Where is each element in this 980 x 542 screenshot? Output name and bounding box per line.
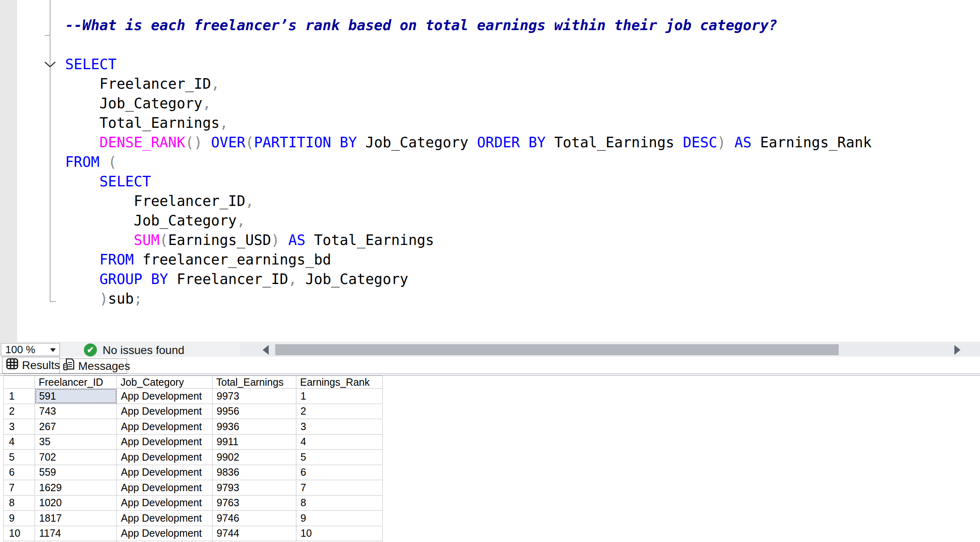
data-cell[interactable]: 1020 [35, 495, 117, 511]
code-line[interactable]: DENSE_RANK() OVER(PARTITION BY Job_Categ… [65, 133, 872, 152]
data-cell[interactable]: 7 [296, 480, 383, 496]
row-number-cell[interactable]: 1 [4, 389, 35, 404]
row-number-cell[interactable]: 2 [4, 404, 35, 419]
row-number-cell[interactable]: 5 [4, 450, 35, 465]
table-row: 6559App Development98366 [4, 465, 383, 480]
fold-guide-line [50, 0, 50, 302]
data-cell[interactable]: App Development [117, 526, 213, 541]
data-cell[interactable]: App Development [117, 495, 213, 511]
table-row: 435App Development99114 [4, 434, 383, 450]
data-cell[interactable]: 1629 [35, 480, 117, 496]
column-header-job-category[interactable]: Job_Category [117, 376, 213, 389]
column-header-earnings-rank[interactable]: Earnings_Rank [296, 376, 383, 389]
fold-region-end-tick [50, 301, 56, 302]
data-cell[interactable]: 9793 [213, 480, 296, 496]
code-line[interactable]: Freelancer_ID, [65, 74, 872, 94]
column-header-total-earnings[interactable]: Total_Earnings [213, 376, 296, 389]
data-cell[interactable]: 559 [35, 465, 117, 480]
tab-messages-label: Messages [78, 360, 130, 373]
tab-results-label: Results [22, 359, 60, 372]
collapse-chevron-icon[interactable] [44, 61, 56, 69]
data-cell[interactable]: 9744 [213, 526, 296, 541]
code-line[interactable]: Job_Category, [65, 94, 872, 113]
table-row: 91817App Development97469 [4, 511, 383, 526]
code-line[interactable] [65, 35, 872, 55]
data-cell[interactable]: 267 [35, 419, 117, 435]
data-cell[interactable]: 9956 [213, 404, 296, 419]
table-row: 2743App Development99562 [4, 404, 383, 419]
scroll-left-arrow-icon[interactable] [263, 345, 269, 355]
data-cell[interactable]: App Development [117, 511, 213, 526]
data-cell[interactable]: 4 [296, 434, 383, 450]
data-cell[interactable]: App Development [117, 419, 213, 435]
data-cell[interactable]: 1174 [35, 526, 117, 541]
data-cell[interactable]: 8 [296, 495, 383, 511]
data-cell[interactable]: 3 [296, 419, 383, 435]
data-cell[interactable]: 591 [35, 389, 117, 404]
code-line[interactable]: SELECT [65, 55, 872, 74]
table-row: 71629App Development97937 [4, 480, 383, 496]
results-table: Freelancer_ID Job_Category Total_Earning… [3, 376, 383, 542]
data-cell[interactable]: 35 [35, 434, 117, 450]
code-line[interactable]: Freelancer_ID, [65, 191, 872, 211]
scroll-right-arrow-icon[interactable] [954, 345, 960, 355]
row-number-cell[interactable]: 3 [4, 419, 35, 435]
code-line[interactable]: SELECT [65, 172, 872, 191]
code-line[interactable]: --What is each freelancer’s rank based o… [65, 15, 872, 35]
data-cell[interactable]: 9 [296, 511, 383, 526]
row-number-cell[interactable]: 10 [4, 526, 35, 541]
data-cell[interactable]: 5 [296, 450, 383, 465]
row-number-cell[interactable]: 7 [4, 480, 35, 496]
data-cell[interactable]: 9936 [213, 419, 296, 435]
data-cell[interactable]: 9911 [213, 434, 296, 450]
code-line[interactable]: )sub; [65, 289, 872, 308]
tab-results[interactable]: Results [2, 357, 60, 374]
sql-editor: --What is each freelancer’s rank based o… [0, 0, 980, 342]
editor-margin [0, 0, 17, 342]
data-cell[interactable]: App Development [117, 434, 213, 450]
check-glyph: ✔ [87, 345, 94, 355]
row-number-cell[interactable]: 4 [4, 434, 35, 450]
data-cell[interactable]: 2 [296, 404, 383, 419]
data-cell[interactable]: 743 [35, 404, 117, 419]
data-cell[interactable]: App Development [117, 389, 213, 404]
data-cell[interactable]: 9746 [213, 511, 296, 526]
results-pane-tabs: Results Messages [0, 357, 980, 374]
status-bar: 100 % ✔ No issues found [0, 342, 980, 357]
tab-messages[interactable]: Messages [59, 358, 127, 374]
data-cell[interactable]: 1 [296, 389, 383, 404]
grid-icon [6, 358, 18, 372]
code-area[interactable]: --What is each freelancer’s rank based o… [65, 15, 872, 308]
table-row: 101174App Development974410 [4, 526, 383, 541]
data-cell[interactable]: App Development [117, 450, 213, 465]
data-cell[interactable]: 6 [296, 465, 383, 480]
data-cell[interactable]: 9836 [213, 465, 296, 480]
chevron-down-icon [50, 348, 56, 352]
issues-status-text: No issues found [103, 344, 184, 357]
scrollbar-thumb[interactable] [275, 344, 839, 355]
data-cell[interactable]: 1817 [35, 511, 117, 526]
code-line[interactable]: Job_Category, [65, 211, 872, 230]
row-number-cell[interactable]: 8 [4, 495, 35, 511]
data-cell[interactable]: 10 [296, 526, 383, 541]
row-number-header[interactable] [4, 376, 35, 389]
zoom-level-dropdown[interactable]: 100 % [1, 343, 60, 356]
data-cell[interactable]: App Development [117, 465, 213, 480]
data-cell[interactable]: 9902 [213, 450, 296, 465]
column-header-freelancer-id[interactable]: Freelancer_ID [35, 376, 117, 389]
data-cell[interactable]: 9973 [213, 389, 296, 404]
row-number-cell[interactable]: 6 [4, 465, 35, 480]
table-row: 81020App Development97638 [4, 495, 383, 511]
code-line[interactable]: FROM ( [65, 152, 872, 172]
zoom-level-value: 100 % [1, 343, 35, 356]
data-cell[interactable]: 9763 [213, 495, 296, 511]
data-cell[interactable]: App Development [117, 404, 213, 419]
code-line[interactable]: FROM freelancer_earnings_bd [65, 250, 872, 269]
code-line[interactable]: SUM(Earnings_USD) AS Total_Earnings [65, 230, 872, 250]
check-circle-icon: ✔ [84, 343, 97, 356]
code-line[interactable]: GROUP BY Freelancer_ID, Job_Category [65, 269, 872, 289]
code-line[interactable]: Total_Earnings, [65, 113, 872, 133]
row-number-cell[interactable]: 9 [4, 511, 35, 526]
data-cell[interactable]: App Development [117, 480, 213, 496]
data-cell[interactable]: 702 [35, 450, 117, 465]
